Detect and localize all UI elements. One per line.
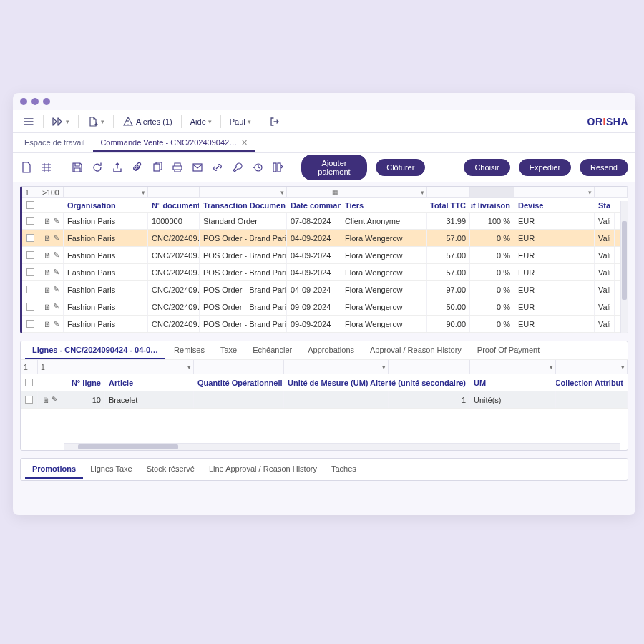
filter-date[interactable]: ▦: [287, 187, 341, 197]
table-row[interactable]: 🗎✎Fashion ParisCNC/202409…POS Order - Br…: [22, 316, 628, 333]
detail-filter-val[interactable]: ▾: [556, 360, 628, 374]
bottom-tab[interactable]: Line Approval / Reason History: [202, 460, 324, 479]
header-um-alt[interactable]: Unité de Mesure (UM) Alternative: [284, 374, 389, 391]
header-document[interactable]: N° document▲: [148, 198, 200, 212]
tab-current-order[interactable]: Commande Vente - CNC/202409042… ✕: [93, 135, 255, 152]
columns-icon[interactable]: [271, 161, 284, 174]
detail-filter-qop[interactable]: [194, 360, 284, 374]
table-row[interactable]: 🗎✎Fashion ParisCNC/202409…POS Order - Br…: [22, 298, 628, 316]
document-icon[interactable]: 🗎: [44, 217, 52, 225]
save-icon[interactable]: [71, 161, 84, 174]
edit-icon[interactable]: ✎: [52, 395, 58, 404]
header-um[interactable]: UM: [470, 374, 556, 391]
header-status[interactable]: Statut livraison: [470, 198, 514, 212]
traffic-light-min[interactable]: [31, 98, 39, 105]
pager-page[interactable]: 1: [22, 187, 39, 197]
detail-filter-article[interactable]: ▾: [62, 360, 194, 374]
resend-button[interactable]: Resend: [580, 159, 628, 176]
header-date[interactable]: Date commande: [287, 198, 341, 212]
table-row[interactable]: 🗎✎Fashion ParisCNC/202409…POS Order - Br…: [22, 230, 628, 247]
document-icon[interactable]: 🗎: [44, 251, 52, 260]
header-checkbox[interactable]: [22, 198, 39, 212]
row-checkbox[interactable]: [26, 268, 34, 276]
history-icon[interactable]: [251, 161, 264, 174]
edit-icon[interactable]: ✎: [53, 319, 59, 328]
detail-tab[interactable]: Taxe: [213, 342, 244, 359]
traffic-light-max[interactable]: [43, 98, 50, 105]
detail-pager-b[interactable]: 1: [38, 360, 62, 374]
print-icon[interactable]: [171, 161, 184, 174]
document-icon[interactable]: 🗎: [44, 286, 52, 294]
detail-filter-um2[interactable]: ▾: [470, 360, 556, 374]
choose-button[interactable]: Choisir: [464, 159, 509, 176]
header-qty-sec[interactable]: Quantité (unité secondaire): [389, 374, 470, 391]
table-row[interactable]: 🗎✎Fashion ParisCNC/202409…POS Order - Br…: [22, 281, 628, 298]
traffic-light-close[interactable]: [20, 98, 27, 105]
row-checkbox[interactable]: [26, 251, 34, 259]
tab-workspace[interactable]: Espace de travail: [17, 135, 92, 151]
filter-transaction[interactable]: ▾: [200, 187, 287, 197]
detail-tab[interactable]: Proof Of Payment: [470, 342, 547, 359]
document-icon[interactable]: 🗎: [44, 303, 52, 311]
header-organisation[interactable]: Organisation: [64, 198, 148, 212]
detail-tab[interactable]: Approval / Reason History: [363, 342, 469, 359]
row-checkbox[interactable]: [26, 303, 34, 311]
filter-currency[interactable]: ▾: [514, 187, 595, 197]
detail-tab[interactable]: Approbations: [301, 342, 361, 359]
table-row[interactable]: 🗎✎Fashion ParisCNC/202409…POS Order - Br…: [22, 247, 628, 264]
new-icon[interactable]: [20, 161, 33, 174]
detail-pager-a[interactable]: 1: [21, 360, 38, 374]
row-checkbox[interactable]: [25, 396, 33, 404]
filter-document[interactable]: [148, 187, 200, 197]
bottom-tab[interactable]: Taches: [324, 460, 364, 479]
fast-forward-button[interactable]: ▾: [49, 114, 72, 129]
help-button[interactable]: Aide ▾: [187, 116, 215, 127]
pager-range[interactable]: >100: [39, 187, 64, 197]
detail-filter-um[interactable]: ▾: [284, 360, 389, 374]
copy-icon[interactable]: [151, 161, 164, 174]
row-checkbox[interactable]: [26, 286, 34, 293]
header-transaction[interactable]: Transaction Document: [200, 198, 287, 212]
bottom-tab[interactable]: Promotions: [25, 460, 83, 479]
new-document-button[interactable]: ▾: [84, 114, 107, 129]
horizontal-scrollbar[interactable]: [64, 443, 620, 450]
table-row[interactable]: 🗎✎Fashion Paris1000000Standard Order07-0…: [22, 213, 628, 230]
header-checkbox[interactable]: [21, 374, 38, 391]
header-qty-op[interactable]: Quantité Opérationnelle: [194, 374, 284, 391]
filter-total[interactable]: [427, 187, 470, 197]
header-total[interactable]: Total TTC: [427, 198, 470, 212]
ship-button[interactable]: Expédier: [519, 159, 571, 176]
header-line-num[interactable]: N° ligne: [62, 374, 105, 391]
wrench-icon[interactable]: [231, 161, 244, 174]
close-order-button[interactable]: Clôturer: [376, 159, 425, 176]
header-value[interactable]: Valeur Collection Attribut: [556, 374, 628, 391]
row-checkbox[interactable]: [26, 234, 34, 242]
link-icon[interactable]: [211, 161, 224, 174]
filter-state[interactable]: [595, 187, 628, 197]
rows-icon[interactable]: [40, 161, 53, 174]
edit-icon[interactable]: ✎: [53, 250, 59, 260]
bottom-tab[interactable]: Lignes Taxe: [83, 460, 140, 479]
edit-icon[interactable]: ✎: [53, 268, 59, 277]
refresh-icon[interactable]: [91, 161, 104, 174]
filter-status[interactable]: [470, 187, 514, 197]
attachment-icon[interactable]: [131, 161, 144, 174]
bottom-tab[interactable]: Stock réservé: [140, 460, 202, 479]
row-checkbox[interactable]: [26, 320, 34, 328]
filter-tiers[interactable]: ▾: [341, 187, 427, 197]
header-tiers[interactable]: Tiers: [341, 198, 427, 212]
line-row[interactable]: 🗎✎ 10 Bracelet 1 Unité(s): [21, 391, 628, 409]
edit-icon[interactable]: ✎: [53, 302, 59, 311]
header-article[interactable]: Article: [105, 374, 194, 391]
menu-button[interactable]: [20, 114, 37, 129]
add-payment-button[interactable]: Ajouter paiement: [301, 155, 367, 180]
document-icon[interactable]: 🗎: [44, 268, 52, 277]
document-icon[interactable]: 🗎: [42, 396, 50, 404]
document-icon[interactable]: 🗎: [44, 234, 52, 243]
edit-icon[interactable]: ✎: [53, 233, 59, 243]
row-checkbox[interactable]: [26, 217, 34, 225]
logout-button[interactable]: [266, 114, 283, 129]
export-icon[interactable]: [111, 161, 124, 174]
detail-tab-lines[interactable]: Lignes - CNC/2024090424 - 04-0…: [25, 342, 165, 359]
document-icon[interactable]: 🗎: [44, 320, 52, 328]
